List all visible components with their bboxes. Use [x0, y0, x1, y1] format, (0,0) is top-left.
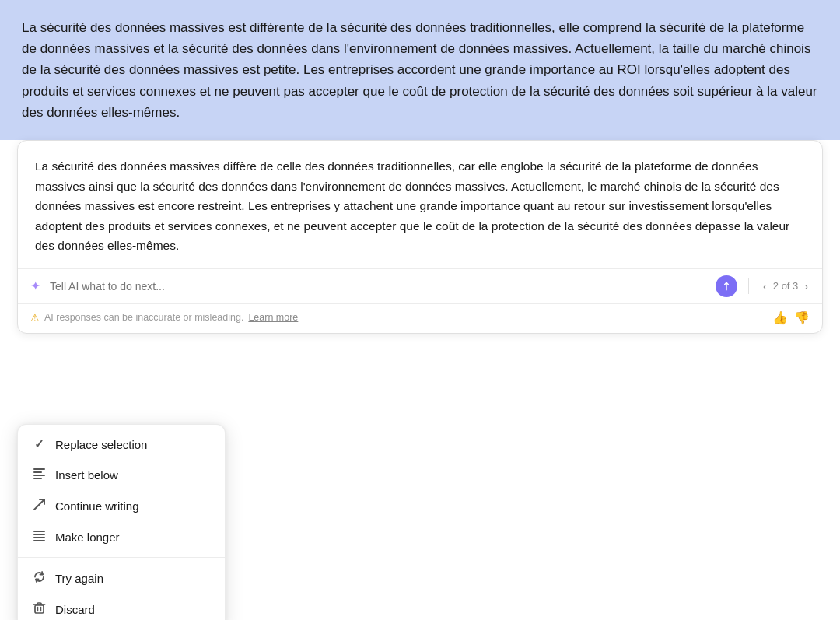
- menu-divider: [18, 557, 225, 558]
- try-again-label: Try again: [55, 572, 103, 585]
- svg-line-4: [34, 499, 44, 510]
- svg-rect-2: [33, 475, 45, 476]
- ai-input-row: ✦ ‹ 2 of 3 ›: [18, 268, 822, 303]
- menu-item-continue-writing[interactable]: Continue writing: [18, 490, 225, 521]
- svg-rect-9: [35, 605, 44, 613]
- ai-response-panel: La sécurité des données massives diffère…: [17, 140, 823, 334]
- menu-item-make-longer[interactable]: Make longer: [18, 521, 225, 552]
- insert-below-icon: [32, 467, 46, 482]
- dropdown-menu: Replace selection Insert below Conti: [17, 424, 226, 620]
- svg-rect-8: [33, 540, 45, 541]
- ai-prompt-input[interactable]: [50, 280, 709, 292]
- check-icon: [32, 437, 46, 451]
- nav-prev-button[interactable]: ‹: [760, 278, 770, 294]
- discard-label: Discard: [55, 603, 95, 616]
- continue-writing-label: Continue writing: [55, 499, 139, 513]
- nav-total: 3: [793, 280, 798, 292]
- selected-text-content: La sécurité des données massives est dif…: [22, 17, 818, 123]
- menu-item-try-again[interactable]: Try again: [18, 562, 225, 594]
- insert-below-label: Insert below: [55, 468, 118, 482]
- make-longer-label: Make longer: [55, 531, 120, 544]
- ai-disclaimer-row: ⚠ AI responses can be inaccurate or misl…: [18, 303, 822, 333]
- replace-selection-label: Replace selection: [55, 438, 147, 451]
- send-icon: [721, 281, 732, 292]
- svg-rect-6: [33, 534, 45, 535]
- nav-divider: [748, 278, 749, 294]
- svg-rect-3: [33, 478, 42, 479]
- ai-response-text: La sécurité des données massives diffère…: [18, 141, 822, 268]
- thumbs-up-button[interactable]: 👍: [772, 310, 788, 325]
- svg-rect-0: [33, 468, 45, 470]
- menu-item-replace-selection[interactable]: Replace selection: [18, 429, 225, 459]
- learn-more-link[interactable]: Learn more: [248, 312, 298, 323]
- selected-text-block: La sécurité des données massives est dif…: [0, 0, 840, 140]
- svg-rect-1: [33, 471, 42, 473]
- discard-icon: [32, 601, 46, 617]
- thumbs-down-button[interactable]: 👎: [794, 310, 810, 325]
- ai-feedback-buttons: 👍 👎: [772, 310, 810, 325]
- nav-next-button[interactable]: ›: [801, 278, 811, 294]
- ai-nav-controls: ‹ 2 of 3 ›: [760, 278, 811, 294]
- menu-item-insert-below[interactable]: Insert below: [18, 459, 225, 490]
- ai-disclaimer-left: ⚠ AI responses can be inaccurate or misl…: [30, 312, 298, 324]
- warning-icon: ⚠: [30, 312, 40, 324]
- nav-current: 2: [773, 280, 779, 292]
- menu-item-discard[interactable]: Discard: [18, 594, 225, 620]
- main-container: La sécurité des données massives est dif…: [0, 0, 840, 620]
- svg-rect-5: [33, 531, 45, 532]
- ai-disclaimer-text: AI responses can be inaccurate or mislea…: [44, 312, 243, 323]
- continue-writing-icon: [32, 498, 46, 513]
- nav-counter: 2 of 3: [773, 280, 799, 292]
- sparkle-icon: ✦: [30, 278, 40, 293]
- svg-rect-7: [33, 537, 45, 538]
- make-longer-icon: [32, 529, 46, 545]
- nav-of: of: [782, 280, 793, 292]
- try-again-icon: [32, 570, 46, 586]
- ai-send-button[interactable]: [716, 275, 737, 297]
